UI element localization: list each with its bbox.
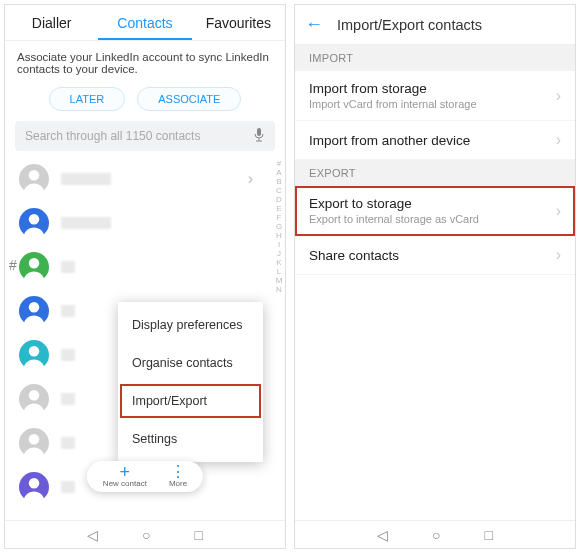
menu-settings[interactable]: Settings [118, 420, 263, 458]
tab-contacts[interactable]: Contacts [98, 5, 191, 40]
contact-name [61, 261, 75, 273]
svg-point-12 [29, 346, 40, 357]
chevron-right-icon: › [556, 87, 561, 105]
svg-point-16 [29, 434, 40, 445]
avatar [19, 164, 49, 194]
avatar [19, 428, 49, 458]
avatar [19, 384, 49, 414]
nav-home-icon[interactable]: ○ [432, 527, 440, 543]
alpha-index[interactable]: #ABCDEFGHIJKLMN [273, 157, 285, 520]
fab-bar: + New contact ⋮ More [87, 461, 203, 492]
row-label: Share contacts [309, 248, 556, 263]
nav-back-icon[interactable]: ◁ [87, 527, 98, 543]
contact-name [61, 217, 111, 229]
more-label: More [169, 479, 187, 488]
contact-name [61, 349, 75, 361]
linkedin-prompt: Associate your LinkedIn account to sync … [5, 41, 285, 79]
svg-point-18 [29, 478, 40, 489]
section-marker: # [9, 257, 17, 273]
tab-favourites[interactable]: Favourites [192, 5, 285, 40]
nav-recent-icon[interactable]: □ [485, 527, 493, 543]
top-tabs: Dialler Contacts Favourites [5, 5, 285, 41]
android-navbar: ◁ ○ □ [295, 520, 575, 548]
avatar [19, 252, 49, 282]
menu-organise-contacts[interactable]: Organise contacts [118, 344, 263, 382]
svg-rect-0 [257, 128, 261, 136]
section-export: EXPORT [295, 160, 575, 186]
svg-point-4 [29, 170, 40, 181]
svg-point-14 [29, 390, 40, 401]
row-import-from-storage[interactable]: Import from storage Import vCard from in… [295, 71, 575, 121]
contact-name [61, 393, 75, 405]
menu-display-preferences[interactable]: Display preferences [118, 306, 263, 344]
left-screen: Dialler Contacts Favourites Associate yo… [4, 4, 286, 549]
nav-home-icon[interactable]: ○ [142, 527, 150, 543]
list-item[interactable] [19, 245, 273, 289]
contact-name [61, 173, 111, 185]
right-screen: ← Import/Export contacts IMPORT Import f… [294, 4, 576, 549]
associate-button[interactable]: ASSOCIATE [137, 87, 241, 111]
row-export-to-storage[interactable]: Export to storage Export to internal sto… [295, 186, 575, 236]
avatar [19, 472, 49, 502]
chevron-right-icon: › [556, 202, 561, 220]
chevron-right-icon: › [248, 170, 253, 188]
avatar [19, 296, 49, 326]
avatar [19, 208, 49, 238]
list-item[interactable]: › [19, 157, 273, 201]
row-label: Export to storage [309, 196, 556, 211]
plus-icon: + [103, 465, 147, 479]
row-sublabel: Import vCard from internal storage [309, 98, 556, 110]
contact-name [61, 481, 75, 493]
more-icon: ⋮ [169, 465, 187, 479]
chevron-right-icon: › [556, 131, 561, 149]
page-header: ← Import/Export contacts [295, 5, 575, 45]
back-icon[interactable]: ← [305, 14, 323, 35]
later-button[interactable]: LATER [49, 87, 126, 111]
row-label: Import from storage [309, 81, 556, 96]
new-contact-label: New contact [103, 479, 147, 488]
row-label: Import from another device [309, 133, 556, 148]
list-item[interactable] [19, 201, 273, 245]
menu-import-export[interactable]: Import/Export [118, 382, 263, 420]
android-navbar: ◁ ○ □ [5, 520, 285, 548]
search-input[interactable]: Search through all 1150 contacts [15, 121, 275, 151]
linkedin-buttons: LATER ASSOCIATE [5, 79, 285, 121]
page-title: Import/Export contacts [337, 17, 482, 33]
chevron-right-icon: › [556, 246, 561, 264]
more-button[interactable]: ⋮ More [169, 465, 187, 488]
row-import-from-device[interactable]: Import from another device › [295, 121, 575, 160]
nav-recent-icon[interactable]: □ [195, 527, 203, 543]
search-placeholder: Search through all 1150 contacts [25, 129, 200, 143]
contact-name [61, 305, 75, 317]
contact-name [61, 437, 75, 449]
svg-point-6 [29, 214, 40, 225]
section-import: IMPORT [295, 45, 575, 71]
tab-dialler[interactable]: Dialler [5, 5, 98, 40]
new-contact-button[interactable]: + New contact [103, 465, 147, 488]
row-sublabel: Export to internal storage as vCard [309, 213, 556, 225]
row-share-contacts[interactable]: Share contacts › [295, 236, 575, 275]
overflow-menu: Display preferences Organise contacts Im… [118, 302, 263, 462]
nav-back-icon[interactable]: ◁ [377, 527, 388, 543]
mic-icon[interactable] [253, 127, 265, 146]
svg-point-8 [29, 258, 40, 269]
svg-point-10 [29, 302, 40, 313]
avatar [19, 340, 49, 370]
